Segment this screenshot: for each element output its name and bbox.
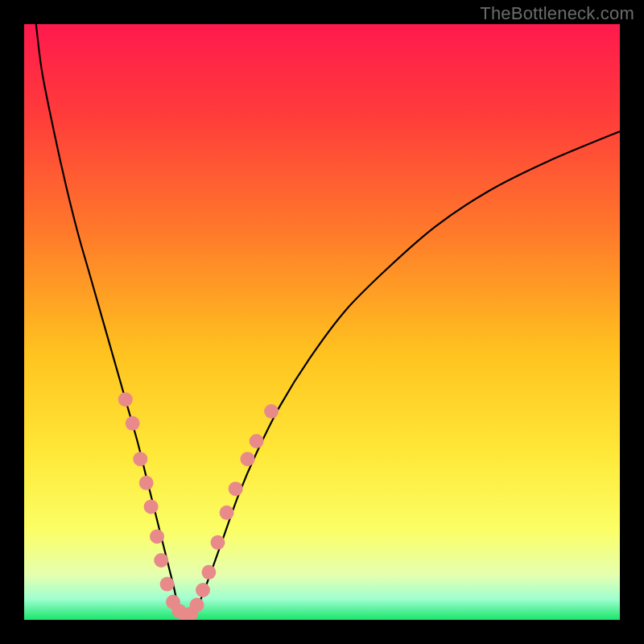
background-gradient: [24, 24, 620, 620]
chart-frame: TheBottleneck.com: [0, 0, 644, 644]
watermark-text: TheBottleneck.com: [480, 3, 634, 24]
plot-area: [24, 24, 620, 620]
svg-rect-0: [24, 24, 620, 620]
